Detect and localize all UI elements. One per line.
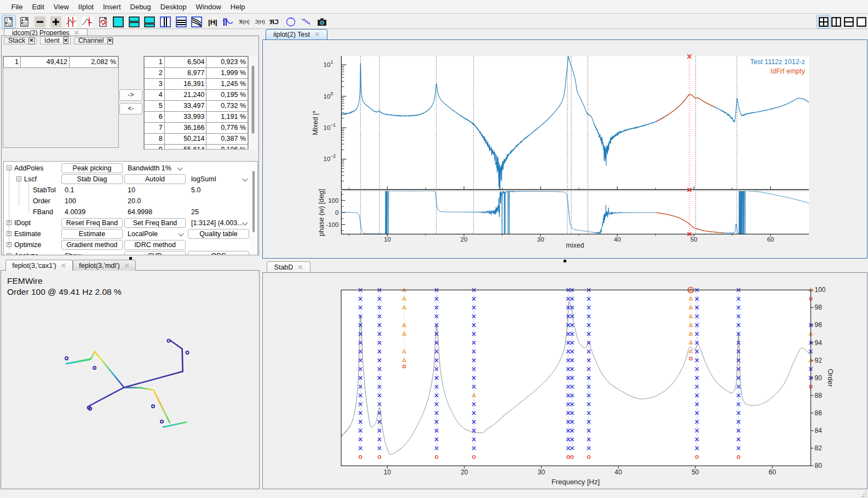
- move-pole-right-button[interactable]: ->: [119, 89, 142, 101]
- fix-poles-icon[interactable]: [64, 15, 78, 28]
- menu-iiplot[interactable]: IIplot: [73, 1, 98, 13]
- tree-button-peak-picking[interactable]: Peak picking: [61, 163, 123, 173]
- pole-cell[interactable]: 0,195 %: [206, 90, 248, 101]
- pole-cell[interactable]: 1,999 %: [206, 68, 248, 79]
- window-single-icon[interactable]: [854, 15, 868, 28]
- subtab-channel[interactable]: Channel✕: [74, 37, 113, 45]
- zoom-in-icon[interactable]: [49, 15, 63, 28]
- tree-button-reset-freq-band[interactable]: Reset Freq Band: [61, 218, 123, 228]
- close-icon[interactable]: ✕: [63, 37, 68, 44]
- pole-cell[interactable]: 1: [145, 57, 165, 68]
- idcom-properties-icon[interactable]: [18, 15, 32, 28]
- splitter-handle-left[interactable]: [129, 257, 132, 260]
- tree-button-autoid[interactable]: AutoId: [124, 174, 186, 184]
- peak-pick-icon[interactable]: [80, 15, 94, 28]
- tree-expander[interactable]: +: [7, 253, 12, 255]
- close-icon[interactable]: ✕: [314, 31, 320, 38]
- tree-dropdown[interactable]: logSumI: [191, 175, 216, 183]
- tree-scrollbar[interactable]: [249, 162, 257, 255]
- pole-cell[interactable]: 0,776 %: [206, 123, 248, 134]
- tree-value[interactable]: 20.0: [128, 197, 141, 205]
- pole-cell[interactable]: 0,387 %: [206, 134, 248, 145]
- subplot-rows-icon[interactable]: [174, 15, 188, 28]
- close-icon[interactable]: ✕: [297, 264, 303, 271]
- abs-h-icon[interactable]: |H|: [205, 15, 220, 28]
- ident-cell[interactable]: 1: [4, 57, 21, 68]
- tree-button-quality-table[interactable]: Quality table: [188, 229, 249, 239]
- move-pole-left-button[interactable]: <-: [119, 103, 142, 115]
- tree-button-idrc-method[interactable]: IDRC method: [124, 240, 186, 250]
- resize-grip[interactable]: [861, 491, 867, 497]
- real-imag-h-icon[interactable]: ℜℑ: [268, 15, 282, 28]
- tree-value[interactable]: 0.1: [65, 186, 74, 194]
- pole-cell[interactable]: 9: [145, 145, 165, 150]
- pole-cell[interactable]: 1,191 %: [206, 112, 248, 123]
- pole-cell[interactable]: 8,977: [164, 68, 206, 79]
- close-icon[interactable]: ✕: [61, 262, 66, 269]
- tree-value[interactable]: 5.0: [191, 186, 200, 194]
- pole-cell[interactable]: 55,614: [164, 145, 206, 150]
- stabd-chart[interactable]: 10203040506080828486889092949698100Frequ…: [263, 273, 867, 489]
- tree-dropdown[interactable]: Bandwidth 1%: [128, 164, 171, 172]
- ident-cell[interactable]: 2,082 %: [70, 57, 118, 68]
- tree-button-svd[interactable]: SVD: [124, 251, 186, 255]
- tree-button-stab-diag[interactable]: Stab Diag: [61, 174, 123, 184]
- nyquist-icon[interactable]: [284, 15, 298, 28]
- iiplot-properties-icon[interactable]: I: [2, 15, 16, 28]
- menu-help[interactable]: Help: [226, 1, 250, 13]
- imag-h-icon[interactable]: ℑ(H): [252, 15, 267, 28]
- tree-value[interactable]: 100: [65, 197, 76, 205]
- subplot-columns-icon[interactable]: [158, 15, 173, 28]
- tab-stabd[interactable]: StabD✕: [267, 261, 311, 272]
- pole-cell[interactable]: 50,214: [164, 134, 206, 145]
- pole-cell[interactable]: 36,166: [164, 123, 206, 134]
- tree-value[interactable]: Show: [65, 252, 82, 255]
- pole-cell[interactable]: 6,504: [164, 57, 206, 68]
- tree-value[interactable]: 64.9998: [128, 208, 152, 216]
- pole-cell[interactable]: 5: [145, 101, 165, 112]
- layout-two-rows-icon[interactable]: [127, 15, 141, 28]
- menu-desktop[interactable]: Desktop: [156, 1, 191, 13]
- menu-debug[interactable]: Debug: [125, 1, 156, 13]
- menu-insert[interactable]: Insert: [99, 1, 126, 13]
- pole-cell[interactable]: 4: [145, 90, 165, 101]
- pole-cell[interactable]: 8: [145, 134, 165, 145]
- layout-main-sub-icon[interactable]: [142, 15, 157, 28]
- menu-view[interactable]: View: [49, 1, 73, 13]
- pole-cell[interactable]: 7: [145, 123, 165, 134]
- close-icon[interactable]: ✕: [74, 30, 79, 36]
- pole-cell[interactable]: 16,391: [164, 79, 206, 90]
- pole-cell[interactable]: 1,245 %: [206, 79, 248, 90]
- tree-button-gradient-method[interactable]: Gradient method: [61, 240, 123, 250]
- iiplot-chart[interactable]: 10110010−110−21020304050601000-100mixedM…: [263, 41, 866, 257]
- tree-dropdown[interactable]: [1:3124] (4.003...: [191, 219, 243, 227]
- real-h-icon[interactable]: ℜ(H): [237, 15, 251, 28]
- phase-h-icon[interactable]: [221, 15, 235, 28]
- tree-button-ods[interactable]: ODS: [188, 251, 249, 255]
- pole-cell[interactable]: 33,497: [164, 101, 206, 112]
- subtab-ident[interactable]: Ident✕: [40, 36, 71, 44]
- refresh-icon[interactable]: [96, 15, 110, 28]
- splitter-handle-right[interactable]: [564, 260, 566, 262]
- chevron-down-icon[interactable]: [179, 232, 183, 236]
- zoom-out-icon[interactable]: [33, 15, 47, 28]
- tree-dropdown[interactable]: LocalPole: [128, 230, 158, 238]
- pole-cell[interactable]: 0,923 %: [206, 57, 248, 68]
- tree-value[interactable]: 4.0039: [65, 208, 85, 216]
- menu-edit[interactable]: Edit: [27, 1, 49, 13]
- tab-iiplot-test[interactable]: iiplot(2) Test✕: [266, 29, 327, 40]
- waterfall-icon[interactable]: [189, 15, 204, 28]
- pole-cell[interactable]: 0,106 %: [206, 145, 248, 150]
- pole-cell[interactable]: 3: [145, 79, 165, 90]
- tab-idcom-properties[interactable]: idcom(2) Properties✕: [4, 28, 88, 36]
- ident-cell[interactable]: 49,412: [21, 57, 70, 68]
- menu-file[interactable]: File: [7, 1, 27, 13]
- tree-value[interactable]: 10: [128, 186, 135, 194]
- pole-cell[interactable]: 0,732 %: [206, 101, 248, 112]
- pole-cell[interactable]: 33,993: [164, 112, 206, 123]
- tab-feplot-cax1[interactable]: feplot(3,'cax1')✕: [5, 260, 73, 271]
- chevron-down-icon[interactable]: [243, 177, 248, 181]
- tree-button-estimate[interactable]: Estimate: [61, 229, 123, 239]
- pole-cell[interactable]: 6: [145, 112, 165, 123]
- chevron-down-icon[interactable]: [243, 221, 248, 225]
